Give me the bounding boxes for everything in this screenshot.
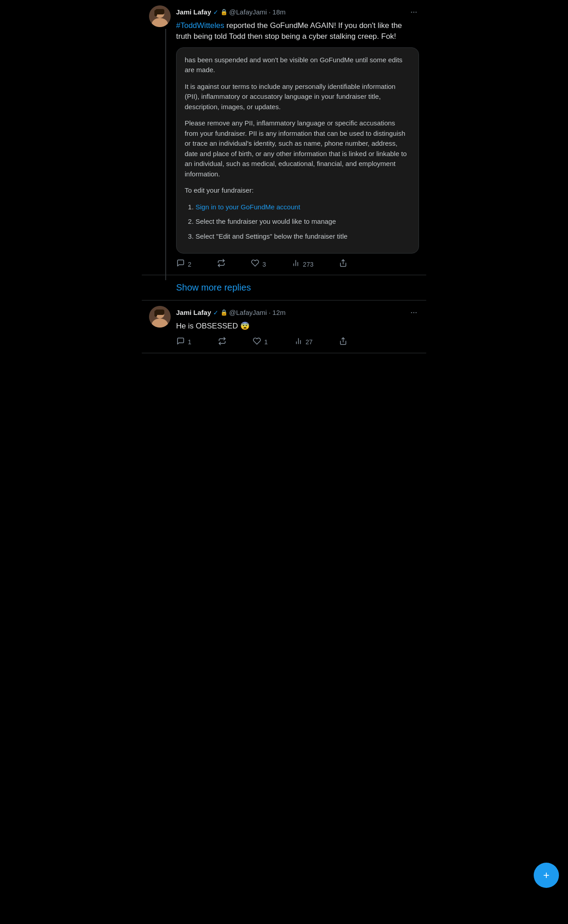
like-count-1: 3 — [262, 261, 266, 268]
quoted-part-2: It is against our terms to include any p… — [185, 82, 410, 112]
tweet-1-text: #ToddWitteles reported the GoFundMe AGAI… — [176, 20, 419, 42]
reply-icon-2 — [176, 337, 185, 347]
tweet-1-header: Jami Lafay ✓ 🔒 @LafayJami · 18m ··· — [176, 5, 419, 18]
thread-line — [165, 29, 166, 280]
quoted-step-3: Select "Edit and Settings" below the fun… — [196, 231, 410, 242]
reply-count-2: 1 — [188, 338, 191, 346]
views-count-1: 273 — [303, 261, 313, 268]
reply-count-1: 2 — [188, 261, 191, 268]
share-icon-2 — [339, 337, 348, 347]
gofundme-sign-in-link[interactable]: Sign in to your GoFundMe account — [196, 203, 300, 211]
quoted-edit-intro: To edit your fundraiser: — [185, 185, 410, 196]
like-button-1[interactable]: 3 — [251, 259, 266, 269]
tweet-1: Jami Lafay ✓ 🔒 @LafayJami · 18m ··· #Tod… — [142, 0, 426, 275]
quoted-step-2: Select the fundraiser you would like to … — [196, 217, 410, 227]
share-button-2[interactable] — [339, 337, 348, 347]
verified-icon-1: ✓ — [213, 9, 219, 16]
views-count-2: 27 — [306, 338, 313, 346]
quoted-steps-list: Sign in to your GoFundMe account Select … — [185, 202, 410, 242]
quoted-step-1: Sign in to your GoFundMe account — [196, 202, 410, 213]
quoted-part-3: Please remove any PII, inflammatory lang… — [185, 118, 410, 179]
user-info-2: Jami Lafay ✓ 🔒 @LafayJami · 12m — [176, 309, 286, 316]
tweet-2-actions: 1 1 — [176, 337, 348, 347]
display-name-1: Jami Lafay — [176, 8, 211, 16]
dot-separator-2: · — [269, 309, 270, 316]
like-icon-1 — [251, 259, 260, 269]
more-button-1[interactable]: ··· — [409, 5, 419, 18]
retweet-button-2[interactable] — [218, 337, 227, 347]
show-more-replies-label: Show more replies — [176, 282, 251, 292]
avatar-2[interactable] — [149, 306, 171, 328]
more-button-2[interactable]: ··· — [409, 306, 419, 319]
like-count-2: 1 — [264, 338, 268, 346]
quoted-part-1: has been suspended and won't be visible … — [185, 55, 410, 75]
lock-icon-1: 🔒 — [220, 9, 228, 15]
retweet-icon-2 — [218, 337, 227, 347]
views-icon-2 — [294, 337, 303, 347]
svg-rect-13 — [154, 310, 157, 317]
tweet-2-header: Jami Lafay ✓ 🔒 @LafayJami · 12m ··· — [176, 306, 419, 319]
verified-icon-2: ✓ — [213, 309, 219, 316]
user-info-1: Jami Lafay ✓ 🔒 @LafayJami · 18m — [176, 8, 286, 16]
tweet-2: Jami Lafay ✓ 🔒 @LafayJami · 12m ··· He i… — [142, 300, 426, 353]
svg-rect-4 — [154, 10, 157, 16]
timestamp-2: 12m — [272, 309, 285, 316]
reply-button-2[interactable]: 1 — [176, 337, 191, 347]
tweet-1-content: Jami Lafay ✓ 🔒 @LafayJami · 18m ··· #Tod… — [176, 5, 419, 269]
show-more-replies-button[interactable]: Show more replies — [142, 275, 426, 300]
views-button-1[interactable]: 273 — [291, 259, 313, 269]
username-1: @LafayJami — [229, 8, 267, 16]
tweet-2-content: Jami Lafay ✓ 🔒 @LafayJami · 12m ··· He i… — [176, 306, 419, 347]
username-2: @LafayJami — [229, 309, 267, 316]
avatar-1[interactable] — [149, 5, 171, 27]
retweet-icon-1 — [217, 259, 226, 269]
tweet-1-actions: 2 3 — [176, 259, 348, 269]
reply-button-1[interactable]: 2 — [176, 259, 191, 269]
share-button-1[interactable] — [339, 259, 348, 269]
views-icon-1 — [291, 259, 300, 269]
like-icon-2 — [252, 337, 261, 347]
hashtag-1[interactable]: #ToddWitteles — [176, 21, 224, 30]
reply-icon-1 — [176, 259, 185, 269]
share-icon-1 — [339, 259, 348, 269]
lock-icon-2: 🔒 — [220, 309, 228, 316]
quoted-card-1: has been suspended and won't be visible … — [176, 47, 419, 254]
retweet-button-1[interactable] — [217, 259, 226, 269]
tweet-2-text: He is OBSESSED 😨 — [176, 321, 419, 332]
like-button-2[interactable]: 1 — [252, 337, 268, 347]
views-button-2[interactable]: 27 — [294, 337, 313, 347]
timestamp-1: 18m — [272, 8, 285, 16]
dot-separator-1: · — [269, 8, 270, 16]
display-name-2: Jami Lafay — [176, 309, 211, 316]
